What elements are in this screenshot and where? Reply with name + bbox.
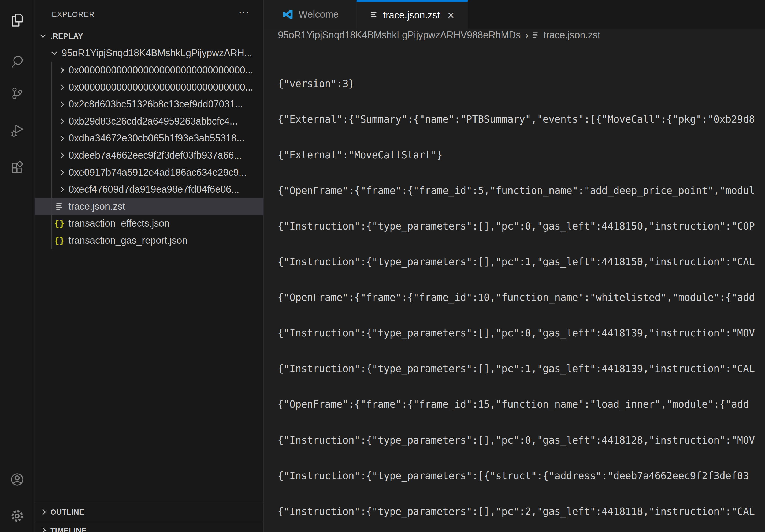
section-outline[interactable]: OUTLINE xyxy=(35,503,264,521)
tree-item-address-folder[interactable]: 0x2c8d603bc51326b8c13cef9dd07031... xyxy=(35,96,264,113)
chevron-right-icon xyxy=(58,169,64,175)
tree-item-label: 0x0000000000000000000000000000000... xyxy=(69,65,253,76)
run-debug-icon[interactable] xyxy=(0,116,34,144)
tab-bar: Welcome trace.json.zst × xyxy=(264,0,765,29)
explorer-sidebar: EXPLORER ⋯ .REPLAY 95oR1YipjSnqd18K4BMsh… xyxy=(35,0,264,532)
vscode-logo-icon xyxy=(282,9,294,20)
chevron-right-icon xyxy=(58,119,64,124)
file-lines-icon xyxy=(533,31,539,39)
tree-item-address-folder[interactable]: 0xb29d83c26cdd2a64959263abbcfc4... xyxy=(35,113,264,130)
chevron-right-icon xyxy=(58,152,64,158)
file-tree: .REPLAY 95oR1YipjSnqd18K4BMshkLgPijypwzA… xyxy=(35,28,264,249)
chevron-down-icon xyxy=(40,32,46,38)
tree-item-effects-file[interactable]: {} transaction_effects.json xyxy=(35,215,264,232)
chevron-right-icon xyxy=(58,102,64,107)
section-timeline[interactable]: TIMELINE xyxy=(35,521,264,532)
tree-item-label: 0xb29d83c26cdd2a64959263abbcfc4... xyxy=(69,116,238,127)
search-icon[interactable] xyxy=(0,48,34,76)
tree-item-address-folder[interactable]: 0xdba34672e30cb065b1f93e3ab55318... xyxy=(35,130,264,147)
code-line[interactable]: {"Instruction":{"type_parameters":[{"str… xyxy=(278,470,765,482)
code-line[interactable]: {"OpenFrame":{"frame":{"frame_id":15,"fu… xyxy=(278,399,765,410)
tree-item-gas-report-file[interactable]: {} transaction_gas_report.json xyxy=(35,232,264,249)
source-control-icon[interactable] xyxy=(0,79,34,107)
chevron-right-icon xyxy=(58,187,64,192)
tree-item-label: .REPLAY xyxy=(50,32,83,40)
file-lines-icon xyxy=(55,201,64,212)
code-line[interactable]: {"Instruction":{"type_parameters":[],"pc… xyxy=(278,220,765,232)
settings-gear-icon[interactable] xyxy=(0,502,34,530)
tree-item-label: 0xecf47609d7da919ea98e7fd04f6e06... xyxy=(69,184,239,195)
tree-item-label: 0xe0917b74a5912e4ad186ac634e29c9... xyxy=(69,167,247,178)
chevron-right-icon xyxy=(58,135,64,141)
chevron-right-icon xyxy=(40,509,46,515)
tree-item-address-folder[interactable]: 0xdeeb7a4662eec9f2f3def03fb937a66... xyxy=(35,147,264,164)
chevron-right-icon xyxy=(58,67,64,73)
extensions-icon[interactable] xyxy=(0,154,34,182)
tree-item-label: 0x0000000000000000000000000000000... xyxy=(69,82,253,93)
code-line[interactable]: {"Instruction":{"type_parameters":[],"pc… xyxy=(278,363,765,375)
tree-item-label: trace.json.zst xyxy=(68,201,125,212)
json-braces-icon: {} xyxy=(55,218,64,229)
chevron-down-icon xyxy=(51,49,57,55)
breadcrumb: 95oR1YipjSnqd18K4BMshkLgPijypwzARHV988eR… xyxy=(264,29,765,42)
tree-item-address-folder[interactable]: 0xe0917b74a5912e4ad186ac634e29c9... xyxy=(35,164,264,181)
code-line[interactable]: {"version":3} xyxy=(278,78,765,90)
tree-item-digest-folder[interactable]: 95oR1YipjSnqd18K4BMshkLgPijypwzARH... xyxy=(35,45,264,62)
tree-item-label: transaction_effects.json xyxy=(68,218,170,229)
tab-label: trace.json.zst xyxy=(383,10,440,21)
tree-item-address-folder[interactable]: 0x0000000000000000000000000000000... xyxy=(35,62,264,79)
breadcrumb-file[interactable]: trace.json.zst xyxy=(543,30,600,41)
sidebar-bottom-sections: OUTLINE TIMELINE xyxy=(35,503,264,532)
editor-group: Welcome trace.json.zst × 95oR1YipjSnqd18… xyxy=(264,0,765,532)
account-icon[interactable] xyxy=(0,465,34,493)
editor-content[interactable]: {"version":3} {"External":{"Summary":{"n… xyxy=(264,42,765,532)
code-line[interactable]: {"Instruction":{"type_parameters":[],"pc… xyxy=(278,434,765,446)
activity-bar xyxy=(0,0,34,532)
close-icon[interactable]: × xyxy=(447,10,454,21)
code-line[interactable]: {"External":"MoveCallStart"} xyxy=(278,149,765,161)
chevron-right-icon xyxy=(58,84,64,90)
breadcrumb-separator-icon: › xyxy=(525,29,528,41)
code-line[interactable]: {"OpenFrame":{"frame":{"frame_id":5,"fun… xyxy=(278,185,765,197)
tree-item-label: 0xdba34672e30cb065b1f93e3ab55318... xyxy=(69,133,245,144)
tree-item-label: transaction_gas_report.json xyxy=(68,235,187,246)
tree-item-replay-root[interactable]: .REPLAY xyxy=(35,28,264,45)
json-braces-icon: {} xyxy=(55,235,64,246)
tree-item-address-folder[interactable]: 0x0000000000000000000000000000000... xyxy=(35,79,264,96)
code-line[interactable]: {"Instruction":{"type_parameters":[],"pc… xyxy=(278,506,765,518)
code-line[interactable]: {"External":{"Summary":{"name":"PTBSumma… xyxy=(278,114,765,126)
tab-welcome[interactable]: Welcome xyxy=(264,0,357,29)
explorer-icon[interactable] xyxy=(0,6,34,34)
tree-item-label: 0xdeeb7a4662eec9f2f3def03fb937a66... xyxy=(69,150,242,161)
tree-item-label: 95oR1YipjSnqd18K4BMshkLgPijypwzARH... xyxy=(62,47,252,59)
tab-trace-json-zst[interactable]: trace.json.zst × xyxy=(357,0,468,29)
tree-item-address-folder[interactable]: 0xecf47609d7da919ea98e7fd04f6e06... xyxy=(35,181,264,198)
code-line[interactable]: {"Instruction":{"type_parameters":[],"pc… xyxy=(278,327,765,339)
indent-guide xyxy=(51,62,52,249)
tab-label: Welcome xyxy=(299,9,339,20)
code-line[interactable]: {"OpenFrame":{"frame":{"frame_id":10,"fu… xyxy=(278,292,765,304)
section-label: TIMELINE xyxy=(50,526,87,532)
tree-item-trace-file[interactable]: trace.json.zst xyxy=(35,198,264,215)
explorer-title: EXPLORER xyxy=(52,10,95,19)
files-icon xyxy=(10,13,24,27)
tree-item-label: 0x2c8d603bc51326b8c13cef9dd07031... xyxy=(69,99,243,110)
code-line[interactable]: {"Instruction":{"type_parameters":[],"pc… xyxy=(278,256,765,268)
chevron-right-icon xyxy=(40,527,46,532)
breadcrumb-folder[interactable]: 95oR1YipjSnqd18K4BMshkLgPijypwzARHV988eR… xyxy=(278,30,520,41)
more-actions-icon[interactable]: ⋯ xyxy=(238,7,250,18)
section-label: OUTLINE xyxy=(50,508,84,516)
file-lines-icon xyxy=(370,10,378,20)
